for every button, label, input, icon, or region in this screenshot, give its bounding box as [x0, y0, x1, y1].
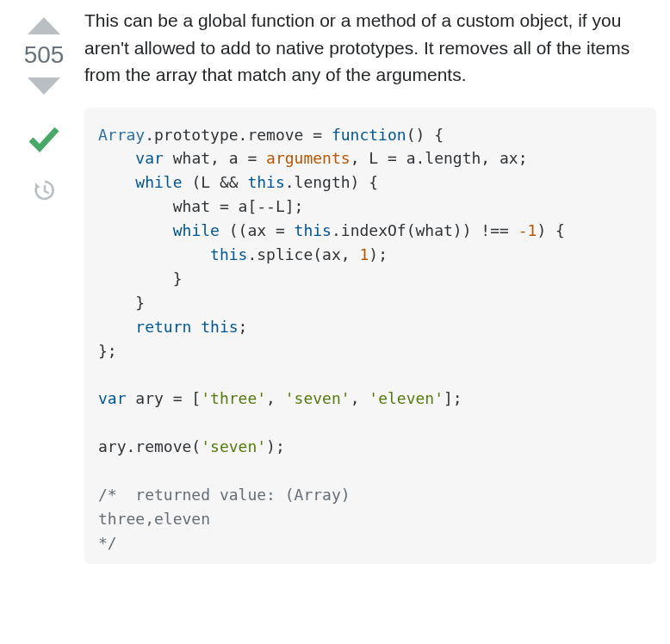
code-tok: ((ax = [220, 221, 295, 239]
code-tok [98, 221, 173, 239]
vote-column: 505 [10, 7, 78, 564]
code-tok: what = a[--L]; [98, 197, 303, 215]
code-tok: }; [98, 342, 117, 360]
history-icon[interactable] [33, 179, 55, 205]
code-tok [98, 149, 135, 167]
code-tok: ; [239, 318, 248, 336]
vote-count: 505 [24, 41, 65, 69]
code-tok: three,eleven [98, 510, 210, 528]
code-tok: , [351, 389, 369, 407]
code-tok: var [135, 149, 164, 167]
code-tok: ary.remove( [98, 437, 201, 455]
code-tok: , L = a.length, ax; [351, 149, 528, 167]
code-tok: ]; [444, 389, 462, 407]
code-tok [98, 245, 210, 263]
code-tok: while [135, 173, 182, 191]
code-tok: Array [98, 126, 145, 144]
code-tok: (L && [183, 173, 248, 191]
code-tok: 'seven' [285, 389, 351, 407]
answer-prose: This can be a global function or a metho… [84, 7, 656, 89]
code-tok: this [210, 245, 247, 263]
code-tok: 'three' [201, 389, 266, 407]
accepted-check-icon [26, 121, 62, 160]
code-tok: arguments [266, 149, 351, 167]
downvote-button[interactable] [24, 74, 64, 100]
code-tok: 1 [359, 245, 369, 263]
upvote-button[interactable] [24, 12, 64, 38]
code-tok: var [98, 389, 127, 407]
code-tok: .prototype.remove = [145, 126, 332, 144]
code-tok: 'seven' [201, 437, 266, 455]
code-tok [98, 318, 135, 336]
code-tok: */ [98, 534, 117, 552]
code-tok: .splice(ax, [247, 245, 359, 263]
code-tok: what, a = [164, 149, 266, 167]
code-tok: } [98, 294, 145, 312]
code-tok: , [266, 389, 285, 407]
code-tok: } [98, 269, 183, 288]
answer-content: This can be a global function or a metho… [78, 7, 660, 564]
code-tok: 'eleven' [369, 389, 444, 407]
code-tok: ary = [ [127, 389, 202, 407]
code-tok: -1 [518, 221, 537, 239]
code-tok: function [332, 126, 406, 144]
code-tok [98, 173, 135, 191]
code-tok: ); [266, 437, 285, 455]
code-tok: .length) { [285, 173, 378, 191]
code-block: Array.prototype.remove = function() { va… [84, 108, 656, 564]
code-tok: /* returned value: (Array) [98, 486, 351, 504]
code-tok [191, 318, 201, 336]
code-tok: ) { [537, 221, 565, 239]
answer-container: 505 This can be a global function or a m… [0, 0, 670, 571]
code-tok: while [173, 221, 220, 239]
code-tok: ); [369, 245, 388, 263]
code-tok: this [295, 221, 332, 239]
code-tok: this [247, 173, 284, 191]
code-tok: () { [406, 126, 444, 144]
code-tok: return [135, 318, 191, 336]
code-tok: this [201, 318, 238, 336]
code-tok: .indexOf(what)) !== [332, 221, 518, 239]
